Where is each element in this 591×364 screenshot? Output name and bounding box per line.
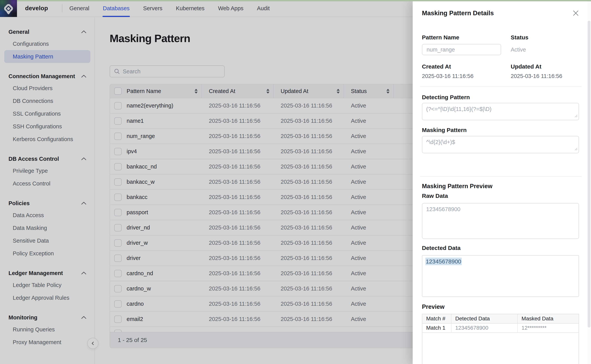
- scrollbar-thumb[interactable]: [588, 21, 591, 327]
- divider: [420, 86, 582, 87]
- masking-pattern-label: Masking Pattern: [422, 127, 579, 133]
- detected-data-label: Detected Data: [422, 245, 579, 251]
- detected-data-box[interactable]: 12345678900: [422, 255, 579, 297]
- drawer-header: Masking Pattern Details: [422, 9, 579, 18]
- status-value: Active: [511, 46, 579, 53]
- preview-table-header: Match #Detected DataMasked Data: [422, 314, 579, 324]
- masking-pattern-textarea[interactable]: ^\d{2}(\d+)$: [422, 136, 579, 153]
- drawer-title: Masking Pattern Details: [422, 9, 494, 17]
- preview-table: Match #Detected DataMasked Data Match 11…: [422, 314, 579, 364]
- raw-data-label: Raw Data: [422, 193, 579, 199]
- preview-column-masked-data: Masked Data: [518, 314, 579, 323]
- preview-column-match: Match #: [422, 314, 451, 323]
- drawer-scrollbar[interactable]: [587, 1, 591, 364]
- created-at-label: Created At: [422, 63, 511, 70]
- updated-at-label: Updated At: [511, 63, 579, 70]
- drawer-backdrop[interactable]: [0, 0, 413, 364]
- status-label: Status: [511, 34, 579, 41]
- divider: [420, 176, 582, 177]
- top-edge-strip: [17, 0, 591, 1]
- preview-cell-match: Match 1: [422, 324, 451, 332]
- preview-column-detected-data: Detected Data: [451, 314, 518, 323]
- preview-table-body: Match 11234567890012*********: [422, 324, 579, 333]
- raw-data-textarea[interactable]: 12345678900: [422, 203, 579, 239]
- detected-data-highlight: 12345678900: [425, 258, 462, 265]
- preview-cell-masked: 12*********: [518, 324, 579, 332]
- detecting-pattern-textarea[interactable]: (?<=^|\D)\d{11,16}(?=$|\D): [422, 103, 579, 120]
- close-icon: [572, 9, 580, 17]
- preview-table-row: Match 11234567890012*********: [422, 324, 579, 333]
- detecting-pattern-label: Detecting Pattern: [422, 94, 579, 101]
- preview-section-heading: Masking Pattern Preview: [422, 183, 579, 190]
- updated-at-value: 2025-03-16 11:16:56: [511, 73, 579, 79]
- created-at-value: 2025-03-16 11:16:56: [422, 73, 511, 79]
- preview-cell-detected: 12345678900: [451, 324, 518, 332]
- close-button[interactable]: [571, 9, 580, 18]
- preview-heading: Preview: [422, 303, 579, 310]
- pattern-name-label: Pattern Name: [422, 34, 511, 41]
- details-drawer: Masking Pattern Details Pattern Name Sta…: [413, 1, 591, 364]
- pattern-name-input[interactable]: [422, 44, 501, 55]
